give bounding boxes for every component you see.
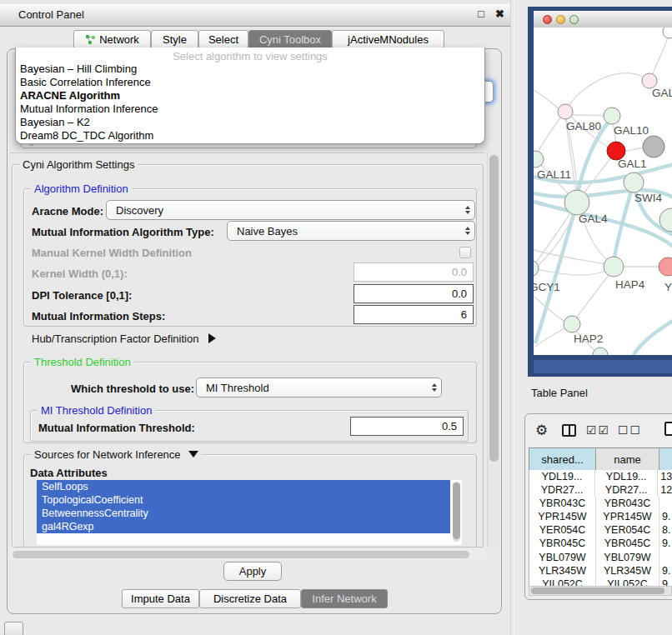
manual-kernel-checkbox[interactable] bbox=[459, 247, 471, 258]
tab-infer-network[interactable]: Infer Network bbox=[301, 589, 388, 608]
zoom-window-icon[interactable] bbox=[569, 15, 579, 24]
menu-item-basic-correlation[interactable]: Basic Correlation Inference bbox=[20, 76, 480, 89]
sources-toggle[interactable]: Sources for Network Inference bbox=[31, 448, 202, 461]
aracne-mode-select[interactable]: Discovery bbox=[106, 200, 475, 220]
list-item[interactable]: gal4RGexp bbox=[37, 520, 450, 533]
cell[interactable] bbox=[659, 551, 662, 564]
which-threshold-select[interactable]: MI Threshold bbox=[196, 378, 442, 398]
column-header-name[interactable]: name bbox=[596, 448, 659, 471]
cell[interactable]: YBL079W bbox=[596, 551, 659, 564]
network-canvas[interactable]: GAL GAL80 GAL10 GAL1 GAL11 SWI4 GAL4 GCY… bbox=[534, 28, 672, 355]
list-item[interactable]: SelfLoops bbox=[37, 480, 450, 493]
cell[interactable]: YLR345W bbox=[596, 564, 659, 578]
list-item[interactable]: BetweennessCentrality bbox=[37, 507, 450, 520]
minimize-window-icon[interactable] bbox=[556, 15, 565, 24]
deselect-all-icon[interactable]: ☐☐ bbox=[618, 423, 642, 437]
tab-network[interactable]: Network bbox=[73, 30, 151, 49]
cell[interactable]: YLR345W bbox=[529, 564, 596, 578]
cell[interactable]: 9. bbox=[659, 510, 670, 523]
tab-cyni-toolbox[interactable]: Cyni Toolbox bbox=[248, 30, 332, 49]
scrollbar-thumb[interactable] bbox=[489, 155, 499, 462]
split-table-icon[interactable] bbox=[562, 424, 576, 437]
scrollbar-thumb[interactable] bbox=[13, 551, 469, 558]
cell[interactable]: YBR045C bbox=[529, 537, 596, 550]
apply-button[interactable]: Apply bbox=[223, 562, 282, 581]
node-gal80[interactable] bbox=[558, 104, 573, 119]
cell[interactable]: YER054C bbox=[596, 523, 659, 537]
tab-select[interactable]: Select bbox=[198, 30, 248, 49]
settings-horizontal-scrollbar[interactable] bbox=[10, 549, 485, 560]
cell[interactable]: YPR145W bbox=[529, 510, 596, 523]
table-row[interactable]: YIL052CYIL052C9 bbox=[529, 578, 672, 586]
settings-vertical-scrollbar[interactable] bbox=[487, 152, 499, 548]
select-all-icon[interactable]: ☑☑ bbox=[586, 423, 610, 437]
float-panel-icon[interactable]: □ bbox=[478, 8, 484, 20]
tab-jactivemnodules[interactable]: jActiveMNodules bbox=[332, 30, 444, 49]
network-window-titlebar[interactable] bbox=[534, 11, 672, 28]
close-panel-icon[interactable]: ✖ bbox=[495, 8, 504, 20]
cell[interactable] bbox=[659, 497, 662, 510]
kernel-width-field[interactable]: 0.0 bbox=[354, 262, 474, 282]
tab-discretize-data[interactable]: Discretize Data bbox=[199, 589, 301, 608]
column-header-shared-name[interactable]: shared... bbox=[529, 448, 596, 471]
cell[interactable]: 12 bbox=[658, 483, 672, 497]
menu-item-dream8[interactable]: Dream8 DC_TDC Algorithm bbox=[20, 129, 480, 142]
node-hap2[interactable] bbox=[564, 316, 580, 332]
table-row[interactable]: YER054CYER054C8. bbox=[529, 523, 672, 537]
node-swi4[interactable] bbox=[624, 172, 644, 192]
cell[interactable]: 9. bbox=[659, 537, 670, 550]
cell[interactable]: YDR27... bbox=[529, 483, 595, 497]
cell[interactable]: YDL19... bbox=[529, 470, 595, 483]
node-unnamed[interactable] bbox=[643, 136, 664, 158]
cell[interactable]: YDR27... bbox=[595, 483, 658, 497]
cell[interactable]: 8. bbox=[659, 523, 670, 537]
menu-item-aracne[interactable]: ARACNE Algorithm bbox=[20, 89, 480, 102]
cell[interactable]: YIL052C bbox=[529, 578, 596, 586]
table-horizontal-scrollbar[interactable] bbox=[529, 586, 672, 596]
cell[interactable]: 13 bbox=[658, 470, 672, 483]
mi-type-select[interactable]: Naive Bayes bbox=[227, 221, 475, 241]
table-row[interactable]: YDR27...YDR27...12 bbox=[529, 483, 672, 497]
scrollbar-thumb[interactable] bbox=[531, 588, 664, 594]
tab-impute-data[interactable]: Impute Data bbox=[122, 589, 199, 608]
close-window-icon[interactable] bbox=[543, 15, 552, 24]
cell[interactable]: YBR043C bbox=[596, 497, 659, 510]
table-row[interactable]: YBR043CYBR043C bbox=[529, 497, 672, 510]
node-gal11[interactable] bbox=[534, 151, 544, 168]
cell[interactable]: YBR045C bbox=[596, 537, 659, 550]
node-gal4[interactable] bbox=[564, 190, 589, 215]
table-row[interactable]: YDL19...YDL19...13 bbox=[529, 470, 672, 483]
dpi-tolerance-field[interactable]: 0.0 bbox=[354, 284, 474, 303]
node-y[interactable] bbox=[659, 258, 672, 276]
hub-definition-toggle[interactable]: Hub/Transcription Factor Definition bbox=[32, 332, 216, 345]
table-row[interactable]: YPR145WYPR145W9. bbox=[529, 510, 672, 523]
panel-splitter[interactable] bbox=[510, 0, 511, 635]
list-item[interactable]: TopologicalCoefficient bbox=[37, 493, 450, 507]
node-gcy1[interactable] bbox=[534, 260, 539, 277]
table-row[interactable]: YLR345WYLR345W9. bbox=[529, 564, 672, 578]
menu-item-mutual-information[interactable]: Mutual Information Inference bbox=[20, 102, 480, 116]
mi-steps-field[interactable]: 6 bbox=[354, 305, 474, 324]
cell[interactable]: YPR145W bbox=[596, 510, 659, 523]
minimized-panel-icon[interactable] bbox=[4, 622, 23, 635]
cell[interactable]: YIL052C bbox=[596, 578, 659, 586]
cell[interactable]: YER054C bbox=[529, 523, 596, 537]
mi-threshold-field[interactable]: 0.5 bbox=[350, 417, 464, 436]
cell[interactable]: YBR043C bbox=[529, 497, 596, 510]
cell[interactable]: YBL079W bbox=[529, 551, 596, 564]
cell[interactable]: 9. bbox=[659, 564, 670, 578]
tab-style[interactable]: Style bbox=[151, 30, 198, 49]
node[interactable] bbox=[663, 28, 672, 38]
menu-item-bayesian-k2[interactable]: Bayesian – K2 bbox=[20, 116, 480, 129]
page-icon[interactable] bbox=[664, 422, 672, 436]
node-hap4[interactable] bbox=[604, 257, 624, 277]
list-scrollbar[interactable] bbox=[453, 482, 460, 542]
node-unnamed[interactable] bbox=[593, 348, 608, 355]
cell[interactable]: 9 bbox=[659, 578, 668, 586]
menu-item-bayesian-hill-climbing[interactable]: Bayesian – Hill Climbing bbox=[20, 62, 480, 76]
table-row[interactable]: YBL079WYBL079W bbox=[529, 551, 672, 564]
column-header-cut[interactable] bbox=[659, 448, 672, 471]
table-row[interactable]: YBR045CYBR045C9. bbox=[529, 537, 672, 550]
gear-icon[interactable]: ⚙ bbox=[535, 422, 548, 439]
cell[interactable]: YDL19... bbox=[595, 470, 658, 483]
